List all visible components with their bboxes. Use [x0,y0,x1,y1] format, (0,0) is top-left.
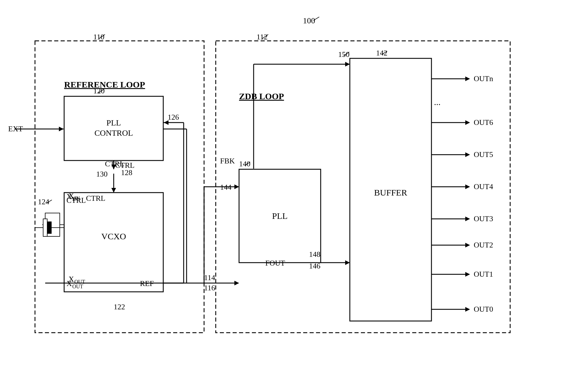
buffer-text: BUFFER [374,188,407,197]
vcxo-text: VCXO [101,231,126,241]
vcxo-xout-sub: OUT [74,279,85,285]
out5-arrow [465,152,470,157]
diagram-title: 100 [303,16,315,25]
zdb-loop-label: ZDB LOOP [239,91,284,101]
label-126: 126 [168,113,179,121]
outn-label: OUTn [474,74,493,83]
svg-rect-27 [47,222,51,233]
label-124: 124 [38,198,49,206]
vcxo-box [64,193,163,292]
dots: ... [434,97,441,107]
out0-arrow [465,307,470,312]
vcxo-xin-sub: IN [74,196,80,201]
fout-label: FOUT [265,259,285,267]
out5-label: OUT5 [474,150,493,159]
fout-arrow [345,260,350,265]
out6-label: OUT6 [474,118,493,127]
label-114: 114 [204,273,215,282]
label-146: 146 [309,262,320,270]
out3-label: OUT3 [474,214,493,223]
out4-arrow [465,184,470,189]
label-150: 150 [338,50,350,59]
label-140: 140 [239,160,250,168]
out3-arrow [465,217,470,221]
fbk-label: FBK [220,157,235,165]
outn-arrow [465,76,470,81]
label-116: 116 [204,284,215,292]
out2-label: OUT2 [474,241,493,249]
vcxo-xout: X [69,275,74,283]
label-110: 110 [93,33,104,41]
ext-label: EXT [8,125,23,133]
label-120: 120 [93,87,105,95]
ctrl-vcxo-label: CTRL [86,194,105,203]
out0-label: OUT0 [474,305,493,313]
ref-arrow [234,281,239,285]
pll-control-text2: CONTROL [94,128,133,137]
svg-rect-26 [43,219,47,236]
label-112: 112 [257,33,268,41]
out2-arrow [465,243,470,247]
ctrl-arrow-down [111,188,116,193]
pll-control-text: PLL [106,118,121,127]
diagram: 100 110 REFERENCE LOOP 120 PLL CONTROL C… [0,0,588,389]
fbk-arrow [345,62,350,67]
out4-label: OUT4 [474,182,493,191]
label-122: 122 [114,303,125,311]
ref-to-pll-arrow [234,184,239,189]
label-142: 142 [376,49,387,57]
label-128: 128 [121,168,132,177]
out1-label: OUT1 [474,270,493,278]
pll-text: PLL [272,211,287,221]
out1-arrow [465,272,470,277]
ext-arrow [59,127,64,131]
out6-arrow [465,120,470,125]
label-148: 148 [309,250,320,259]
vcxo-xin: X [69,192,74,200]
label-130: 130 [96,170,108,178]
